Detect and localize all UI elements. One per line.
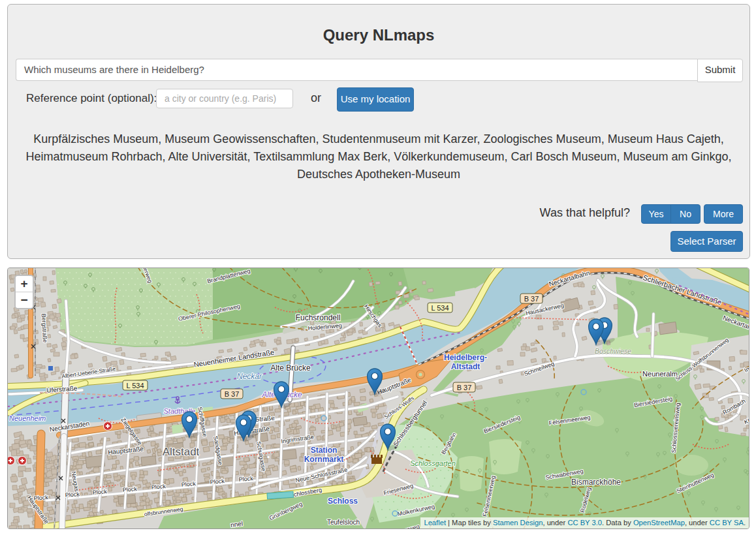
svg-text:Schloss: Schloss bbox=[328, 497, 358, 506]
svg-text:Plock: Plock bbox=[151, 483, 166, 491]
svg-text:Heidelberg-: Heidelberg- bbox=[444, 353, 487, 362]
svg-text:Plock: Plock bbox=[92, 488, 107, 496]
svg-text:Fuchsrondell: Fuchsrondell bbox=[296, 313, 341, 322]
svg-text:Plock: Plock bbox=[238, 475, 253, 483]
svg-text:Plock: Plock bbox=[210, 478, 225, 485]
svg-text:Plock: Plock bbox=[181, 480, 196, 488]
svg-text:B 37: B 37 bbox=[457, 384, 472, 391]
svg-text:Schlossgarten: Schlossgarten bbox=[410, 459, 456, 467]
svg-text:Plock: Plock bbox=[122, 485, 137, 493]
svg-text:L 534: L 534 bbox=[431, 304, 449, 312]
svg-text:L 534: L 534 bbox=[126, 382, 144, 390]
svg-text:Boschwiese: Boschwiese bbox=[595, 347, 631, 355]
svg-text:Neuenheim: Neuenheim bbox=[9, 414, 46, 422]
svg-text:B 37: B 37 bbox=[524, 295, 539, 303]
svg-text:Neuneralm: Neuneralm bbox=[642, 370, 678, 378]
svg-text:Station: Station bbox=[311, 446, 338, 455]
svg-text:Neckar: Neckar bbox=[237, 372, 262, 381]
svg-text:Alte Brücke: Alte Brücke bbox=[270, 363, 311, 373]
svg-text:Altstadt: Altstadt bbox=[163, 446, 200, 458]
svg-text:Bismarckhöhe: Bismarckhöhe bbox=[571, 478, 621, 487]
svg-text:Kornmarkt: Kornmarkt bbox=[304, 455, 344, 464]
svg-text:Altstadt: Altstadt bbox=[451, 362, 480, 371]
svg-text:Teufelsloch: Teufelsloch bbox=[327, 519, 360, 526]
svg-text:Plock: Plock bbox=[33, 494, 48, 502]
svg-text:B 37: B 37 bbox=[225, 390, 240, 398]
svg-text:Plock: Plock bbox=[65, 491, 80, 498]
